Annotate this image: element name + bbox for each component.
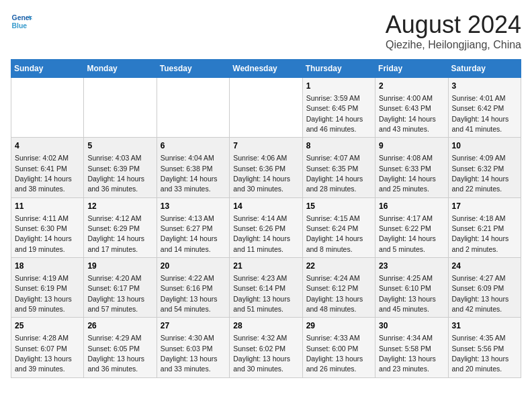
calendar-cell: 7Sunrise: 4:06 AM Sunset: 6:36 PM Daylig… bbox=[230, 138, 302, 197]
calendar-cell: 28Sunrise: 4:32 AM Sunset: 6:02 PM Dayli… bbox=[230, 318, 302, 377]
calendar-cell: 20Sunrise: 4:22 AM Sunset: 6:16 PM Dayli… bbox=[157, 258, 229, 318]
day-info: Sunrise: 4:01 AM Sunset: 6:42 PM Dayligh… bbox=[452, 94, 509, 133]
day-info: Sunrise: 4:32 AM Sunset: 6:02 PM Dayligh… bbox=[233, 334, 290, 373]
calendar-cell: 15Sunrise: 4:15 AM Sunset: 6:24 PM Dayli… bbox=[302, 197, 375, 257]
calendar-cell: 12Sunrise: 4:12 AM Sunset: 6:29 PM Dayli… bbox=[84, 197, 157, 257]
day-number: 22 bbox=[306, 261, 371, 272]
day-number: 6 bbox=[161, 140, 226, 152]
calendar-cell: 5Sunrise: 4:03 AM Sunset: 6:39 PM Daylig… bbox=[84, 138, 157, 197]
calendar-cell: 30Sunrise: 4:34 AM Sunset: 5:58 PM Dayli… bbox=[375, 318, 448, 377]
calendar-cell: 27Sunrise: 4:30 AM Sunset: 6:03 PM Dayli… bbox=[157, 318, 229, 377]
day-number: 7 bbox=[233, 140, 298, 152]
title-block: August 2024 Qiezihe, Heilongjiang, China bbox=[386, 11, 521, 51]
day-info: Sunrise: 4:15 AM Sunset: 6:24 PM Dayligh… bbox=[306, 214, 363, 253]
calendar-cell bbox=[84, 78, 157, 138]
day-info: Sunrise: 4:14 AM Sunset: 6:26 PM Dayligh… bbox=[233, 214, 290, 253]
day-number: 13 bbox=[161, 201, 226, 212]
day-number: 8 bbox=[306, 140, 371, 152]
day-number: 15 bbox=[306, 201, 371, 212]
day-number: 31 bbox=[452, 320, 517, 332]
day-info: Sunrise: 4:18 AM Sunset: 6:21 PM Dayligh… bbox=[452, 214, 509, 253]
day-info: Sunrise: 4:27 AM Sunset: 6:09 PM Dayligh… bbox=[452, 274, 509, 313]
calendar-cell: 9Sunrise: 4:08 AM Sunset: 6:33 PM Daylig… bbox=[375, 138, 448, 197]
calendar-cell bbox=[230, 78, 302, 138]
day-number: 30 bbox=[379, 320, 444, 332]
calendar-cell: 19Sunrise: 4:20 AM Sunset: 6:17 PM Dayli… bbox=[84, 258, 157, 318]
day-number: 3 bbox=[452, 81, 517, 92]
calendar-cell: 31Sunrise: 4:35 AM Sunset: 5:56 PM Dayli… bbox=[448, 318, 521, 377]
weekday-header-wednesday: Wednesday bbox=[230, 60, 302, 78]
day-info: Sunrise: 4:29 AM Sunset: 6:05 PM Dayligh… bbox=[87, 334, 144, 373]
calendar-cell: 21Sunrise: 4:23 AM Sunset: 6:14 PM Dayli… bbox=[230, 258, 302, 318]
calendar-cell: 18Sunrise: 4:19 AM Sunset: 6:19 PM Dayli… bbox=[11, 258, 84, 318]
svg-text:Blue: Blue bbox=[12, 22, 28, 30]
weekday-header-monday: Monday bbox=[84, 60, 157, 78]
calendar-week-row: 4Sunrise: 4:02 AM Sunset: 6:41 PM Daylig… bbox=[11, 138, 521, 197]
day-number: 4 bbox=[15, 140, 80, 152]
day-number: 18 bbox=[15, 261, 80, 272]
day-info: Sunrise: 3:59 AM Sunset: 6:45 PM Dayligh… bbox=[306, 94, 363, 133]
calendar-week-row: 1Sunrise: 3:59 AM Sunset: 6:45 PM Daylig… bbox=[11, 78, 521, 138]
day-number: 1 bbox=[306, 81, 371, 92]
day-info: Sunrise: 4:25 AM Sunset: 6:10 PM Dayligh… bbox=[379, 274, 436, 313]
calendar-cell: 22Sunrise: 4:24 AM Sunset: 6:12 PM Dayli… bbox=[302, 258, 375, 318]
day-info: Sunrise: 4:17 AM Sunset: 6:22 PM Dayligh… bbox=[379, 214, 436, 253]
day-number: 27 bbox=[161, 320, 226, 332]
weekday-header-friday: Friday bbox=[375, 60, 448, 78]
logo-icon: General Blue bbox=[11, 11, 32, 32]
calendar-week-row: 25Sunrise: 4:28 AM Sunset: 6:07 PM Dayli… bbox=[11, 318, 521, 377]
day-info: Sunrise: 4:28 AM Sunset: 6:07 PM Dayligh… bbox=[15, 334, 72, 373]
calendar-cell: 4Sunrise: 4:02 AM Sunset: 6:41 PM Daylig… bbox=[11, 138, 84, 197]
day-info: Sunrise: 4:06 AM Sunset: 6:36 PM Dayligh… bbox=[233, 154, 290, 193]
day-number: 9 bbox=[379, 140, 444, 152]
logo: General Blue bbox=[11, 11, 32, 32]
weekday-header-sunday: Sunday bbox=[11, 60, 84, 78]
calendar-cell: 3Sunrise: 4:01 AM Sunset: 6:42 PM Daylig… bbox=[448, 78, 521, 138]
day-info: Sunrise: 4:04 AM Sunset: 6:38 PM Dayligh… bbox=[161, 154, 218, 193]
calendar-cell: 11Sunrise: 4:11 AM Sunset: 6:30 PM Dayli… bbox=[11, 197, 84, 257]
calendar-cell bbox=[11, 78, 84, 138]
calendar-week-row: 11Sunrise: 4:11 AM Sunset: 6:30 PM Dayli… bbox=[11, 197, 521, 257]
weekday-header-row: SundayMondayTuesdayWednesdayThursdayFrid… bbox=[11, 60, 521, 78]
calendar-table: SundayMondayTuesdayWednesdayThursdayFrid… bbox=[11, 59, 521, 378]
weekday-header-thursday: Thursday bbox=[302, 60, 375, 78]
calendar-cell: 10Sunrise: 4:09 AM Sunset: 6:32 PM Dayli… bbox=[448, 138, 521, 197]
day-number: 19 bbox=[87, 261, 152, 272]
day-number: 25 bbox=[15, 320, 80, 332]
day-number: 23 bbox=[379, 261, 444, 272]
calendar-cell: 6Sunrise: 4:04 AM Sunset: 6:38 PM Daylig… bbox=[157, 138, 229, 197]
day-info: Sunrise: 4:08 AM Sunset: 6:33 PM Dayligh… bbox=[379, 154, 436, 193]
calendar-cell: 14Sunrise: 4:14 AM Sunset: 6:26 PM Dayli… bbox=[230, 197, 302, 257]
day-info: Sunrise: 4:12 AM Sunset: 6:29 PM Dayligh… bbox=[87, 214, 144, 253]
calendar-cell: 23Sunrise: 4:25 AM Sunset: 6:10 PM Dayli… bbox=[375, 258, 448, 318]
day-info: Sunrise: 4:02 AM Sunset: 6:41 PM Dayligh… bbox=[15, 154, 72, 193]
day-info: Sunrise: 4:24 AM Sunset: 6:12 PM Dayligh… bbox=[306, 274, 363, 313]
day-info: Sunrise: 4:09 AM Sunset: 6:32 PM Dayligh… bbox=[452, 154, 509, 193]
day-number: 12 bbox=[87, 201, 152, 212]
day-number: 5 bbox=[87, 140, 152, 152]
day-number: 14 bbox=[233, 201, 298, 212]
calendar-cell: 16Sunrise: 4:17 AM Sunset: 6:22 PM Dayli… bbox=[375, 197, 448, 257]
day-info: Sunrise: 4:11 AM Sunset: 6:30 PM Dayligh… bbox=[15, 214, 72, 253]
day-info: Sunrise: 4:34 AM Sunset: 5:58 PM Dayligh… bbox=[379, 334, 436, 373]
day-number: 29 bbox=[306, 320, 371, 332]
day-number: 21 bbox=[233, 261, 298, 272]
calendar-cell: 13Sunrise: 4:13 AM Sunset: 6:27 PM Dayli… bbox=[157, 197, 229, 257]
day-number: 2 bbox=[379, 81, 444, 92]
day-info: Sunrise: 4:00 AM Sunset: 6:43 PM Dayligh… bbox=[379, 94, 436, 133]
day-info: Sunrise: 4:23 AM Sunset: 6:14 PM Dayligh… bbox=[233, 274, 290, 313]
day-info: Sunrise: 4:19 AM Sunset: 6:19 PM Dayligh… bbox=[15, 274, 72, 313]
day-number: 10 bbox=[452, 140, 517, 152]
day-info: Sunrise: 4:07 AM Sunset: 6:35 PM Dayligh… bbox=[306, 154, 363, 193]
calendar-cell: 8Sunrise: 4:07 AM Sunset: 6:35 PM Daylig… bbox=[302, 138, 375, 197]
location-subtitle: Qiezihe, Heilongjiang, China bbox=[386, 39, 521, 51]
weekday-header-tuesday: Tuesday bbox=[157, 60, 229, 78]
weekday-header-saturday: Saturday bbox=[448, 60, 521, 78]
day-info: Sunrise: 4:03 AM Sunset: 6:39 PM Dayligh… bbox=[87, 154, 144, 193]
day-number: 24 bbox=[452, 261, 517, 272]
calendar-cell: 25Sunrise: 4:28 AM Sunset: 6:07 PM Dayli… bbox=[11, 318, 84, 377]
calendar-cell bbox=[157, 78, 229, 138]
day-info: Sunrise: 4:35 AM Sunset: 5:56 PM Dayligh… bbox=[452, 334, 509, 373]
page-header: General Blue August 2024 Qiezihe, Heilon… bbox=[11, 11, 521, 51]
day-number: 20 bbox=[161, 261, 226, 272]
